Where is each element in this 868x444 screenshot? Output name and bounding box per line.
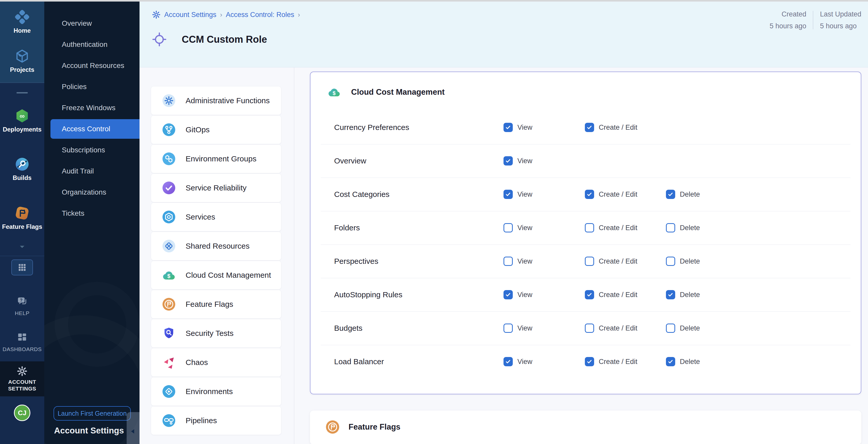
menu-item-authentication[interactable]: Authentication [44, 35, 140, 54]
module-card-cloud-cost-management[interactable]: $Cloud Cost Management [151, 261, 281, 289]
checkbox-unchecked[interactable] [666, 223, 675, 232]
checkbox-checked[interactable] [585, 357, 594, 366]
permission-view[interactable]: View [503, 156, 532, 165]
permission-delete[interactable]: Delete [666, 223, 700, 232]
module-card-shared-resources[interactable]: Shared Resources [151, 232, 281, 260]
permission-label: View [518, 124, 532, 131]
module-card-environment-groups[interactable]: Environment Groups [151, 145, 281, 173]
module-card-label: Environment Groups [186, 154, 256, 163]
permission-rows: Currency PreferencesViewCreate / EditOve… [310, 111, 861, 378]
permission-create-edit[interactable]: Create / Edit [585, 257, 638, 266]
chevron-down-icon[interactable] [17, 243, 27, 251]
menu-item-account-resources[interactable]: Account Resources [44, 56, 140, 75]
sidebar-item-builds[interactable]: Builds [0, 157, 44, 181]
permission-delete[interactable]: Delete [666, 323, 700, 333]
permission-delete[interactable]: Delete [666, 290, 700, 299]
permission-delete[interactable]: Delete [666, 357, 700, 366]
menu-item-audit-trail[interactable]: Audit Trail [44, 161, 140, 181]
menu-item-tickets[interactable]: Tickets [44, 203, 140, 223]
sidebar-item-label: Feature Flags [2, 223, 42, 230]
module-card-administrative-functions[interactable]: Administrative Functions [151, 87, 281, 115]
checkbox-unchecked[interactable] [503, 323, 513, 333]
permission-label: Delete [680, 324, 700, 332]
security-shield-icon [162, 326, 176, 340]
launch-first-generation-button[interactable]: Launch First Generation [54, 406, 131, 420]
checkbox-checked[interactable] [585, 190, 594, 199]
checkbox-unchecked[interactable] [666, 257, 675, 266]
permission-view[interactable]: View [503, 190, 532, 199]
sidebar-collapse-handle[interactable] [127, 412, 140, 444]
permission-view[interactable]: View [503, 357, 532, 366]
shared-resources-icon [162, 239, 176, 253]
checkbox-checked[interactable] [503, 123, 513, 132]
avatar[interactable]: CJ [14, 405, 30, 421]
account-settings-menu: OverviewAuthenticationAccount ResourcesP… [44, 2, 140, 444]
sidebar-item-account-settings[interactable]: ACCOUNT SETTINGS [0, 361, 44, 397]
permission-view[interactable]: View [503, 323, 532, 333]
panel-section-title: Cloud Cost Management [351, 88, 444, 97]
checkbox-checked[interactable] [666, 357, 675, 366]
menu-item-overview[interactable]: Overview [44, 13, 140, 33]
permission-create-edit[interactable]: Create / Edit [585, 223, 638, 232]
module-card-service-reliability[interactable]: Service Reliability [151, 174, 281, 202]
permission-create-edit[interactable]: Create / Edit [585, 323, 638, 333]
gear-icon [17, 366, 28, 377]
menu-item-freeze-windows[interactable]: Freeze Windows [44, 98, 140, 118]
checkbox-unchecked[interactable] [585, 223, 594, 232]
menu-item-organizations[interactable]: Organizations [44, 183, 140, 202]
sidebar-item-label: Builds [12, 174, 31, 181]
checkbox-unchecked[interactable] [585, 323, 594, 333]
permission-label: Delete [680, 190, 700, 198]
permission-view[interactable]: View [503, 123, 532, 132]
permission-view[interactable]: View [503, 223, 532, 232]
module-card-gitops[interactable]: GitOps [151, 116, 281, 144]
checkbox-unchecked[interactable] [503, 223, 513, 232]
module-card-feature-flags[interactable]: Feature Flags [151, 290, 281, 318]
module-card-chaos[interactable]: Chaos [151, 348, 281, 377]
module-card-environments[interactable]: Environments [151, 377, 281, 406]
deployments-hexagon-icon: ∞ [14, 108, 30, 124]
permission-create-edit[interactable]: Create / Edit [585, 190, 638, 199]
checkbox-checked[interactable] [503, 290, 513, 299]
module-card-pipelines[interactable]: Pipelines [151, 406, 281, 435]
permission-create-edit[interactable]: Create / Edit [585, 290, 638, 299]
module-card-security-tests[interactable]: Security Tests [151, 319, 281, 347]
updated-label: Last Updated [820, 9, 861, 19]
sidebar-item-feature-flags[interactable]: Feature Flags [0, 205, 44, 230]
sidebar-item-help[interactable]: ?HELP [0, 295, 44, 317]
breadcrumb-link[interactable]: Access Control: Roles [226, 11, 294, 19]
checkbox-checked[interactable] [503, 190, 513, 199]
permission-delete[interactable]: Delete [666, 257, 700, 266]
checkbox-checked[interactable] [503, 156, 513, 165]
checkbox-unchecked[interactable] [503, 257, 513, 266]
permission-row-folders: FoldersViewCreate / EditDelete [310, 211, 861, 245]
checkbox-checked[interactable] [585, 290, 594, 299]
permission-create-edit[interactable]: Create / Edit [585, 357, 638, 366]
menu-item-access-control[interactable]: Access Control [51, 119, 140, 139]
sidebar-item-projects[interactable]: Projects [0, 49, 44, 73]
permission-row-load-balancer: Load BalancerViewCreate / EditDelete [310, 345, 861, 378]
sidebar-item-deployments[interactable]: ∞Deployments [0, 108, 44, 133]
sidebar-item-home[interactable]: Home [0, 9, 44, 34]
permission-view[interactable]: View [503, 257, 532, 266]
checkbox-unchecked[interactable] [585, 257, 594, 266]
module-card-services[interactable]: Services [151, 203, 281, 231]
checkbox-checked[interactable] [585, 123, 594, 132]
breadcrumb-link[interactable]: Account Settings [164, 11, 216, 19]
account-settings-title: Account Settings [54, 426, 124, 436]
checkbox-checked[interactable] [666, 190, 675, 199]
sidebar-item-dashboards[interactable]: DASHBOARDS [0, 331, 44, 353]
checkbox-unchecked[interactable] [666, 323, 675, 333]
permission-delete[interactable]: Delete [666, 190, 700, 199]
checkbox-checked[interactable] [666, 290, 675, 299]
menu-item-subscriptions[interactable]: Subscriptions [44, 140, 140, 160]
module-selector-button[interactable] [11, 259, 33, 276]
menu-item-label: Freeze Windows [62, 104, 116, 112]
permission-view[interactable]: View [503, 290, 532, 299]
checkbox-checked[interactable] [503, 357, 513, 366]
menu-item-policies[interactable]: Policies [44, 77, 140, 97]
resource-label: Currency Preferences [334, 123, 409, 132]
permission-label: Delete [680, 291, 700, 299]
gear-icon [152, 10, 161, 19]
permission-create-edit[interactable]: Create / Edit [585, 123, 638, 132]
